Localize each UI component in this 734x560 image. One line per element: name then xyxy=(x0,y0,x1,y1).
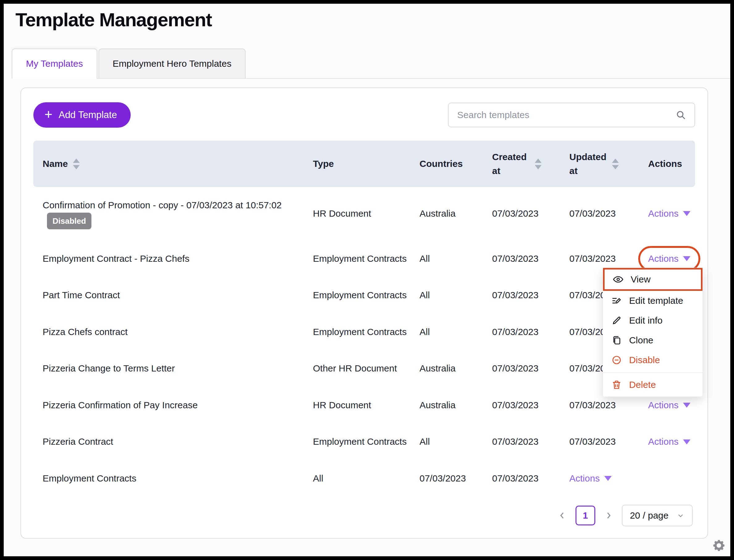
template-countries: Australia xyxy=(419,361,492,376)
table-row: Pizzeria Change to Terms Letter Other HR… xyxy=(33,350,695,387)
gear-icon[interactable] xyxy=(712,538,726,554)
column-label: Updated at xyxy=(569,150,607,178)
template-type: HR Document xyxy=(313,398,419,413)
add-template-button[interactable]: + Add Template xyxy=(33,102,131,128)
template-created-at: 07/03/2023 xyxy=(492,471,569,486)
chevron-down-icon xyxy=(677,511,685,520)
actions-dropdown-button[interactable]: Actions xyxy=(648,398,690,413)
template-updated-at: 07/03/2023 xyxy=(569,252,648,266)
chevron-left-icon[interactable] xyxy=(558,511,567,520)
app-window: Template Management My Templates Employm… xyxy=(0,0,734,560)
template-created-at: 07/03/2023 xyxy=(492,398,569,413)
sort-icon[interactable] xyxy=(612,159,619,169)
actions-dropdown-button[interactable]: Actions xyxy=(648,252,690,266)
table-row: Employment Contract - Pizza Chefs Employ… xyxy=(33,240,695,277)
template-type: HR Document xyxy=(313,206,419,221)
page-size-select[interactable]: 20 / page xyxy=(622,505,693,526)
template-created-at: 07/03/2023 xyxy=(492,206,569,221)
table-row: Pizzeria Confirmation of Pay Increase HR… xyxy=(33,387,695,424)
pagination: 1 20 / page xyxy=(33,500,695,531)
clone-icon xyxy=(611,335,622,346)
menu-item-label: Disable xyxy=(629,353,660,367)
toolbar: + Add Template xyxy=(33,102,695,128)
actions-dropdown-button[interactable]: Actions xyxy=(569,471,612,486)
template-name: Part Time Contract xyxy=(43,288,313,303)
menu-item-disable[interactable]: Disable xyxy=(603,350,702,370)
template-updated-at: 07/03/2023 xyxy=(569,435,648,449)
menu-item-edit-template[interactable]: Edit template xyxy=(603,291,702,311)
template-countries: All xyxy=(419,288,492,303)
template-name: Pizzeria Contract xyxy=(43,435,313,449)
table-row: Pizza Chefs contract Employment Contract… xyxy=(33,314,695,350)
actions-label: Actions xyxy=(648,252,678,266)
chevron-down-icon xyxy=(683,439,690,444)
menu-item-edit-info[interactable]: Edit info xyxy=(603,311,702,330)
eye-icon xyxy=(613,274,624,285)
menu-item-clone[interactable]: Clone xyxy=(603,330,702,350)
template-name: Pizzeria Confirmation of Pay Increase xyxy=(43,398,313,413)
template-created-at: 07/03/2023 xyxy=(492,435,569,449)
template-created-at: 07/03/2023 xyxy=(492,361,569,376)
template-created-at: 07/03/2023 xyxy=(492,288,569,303)
trash-icon xyxy=(611,379,622,390)
magnifier-icon[interactable] xyxy=(675,109,686,121)
template-name-text: Confirmation of Promotion - copy - 07/03… xyxy=(43,200,282,210)
search-input[interactable] xyxy=(456,109,675,121)
table-row: Part Time Contract Employment Contracts … xyxy=(33,277,695,314)
page-number-button[interactable]: 1 xyxy=(575,506,595,525)
column-header-updated-at[interactable]: Updated at xyxy=(569,150,648,178)
templates-panel: + Add Template Name Type Count xyxy=(20,87,708,539)
template-countries: All xyxy=(419,435,492,449)
menu-item-label: Edit info xyxy=(629,313,662,328)
template-type: All xyxy=(313,471,419,486)
column-label: Actions xyxy=(648,159,682,169)
table-row: Confirmation of Promotion - copy - 07/03… xyxy=(33,187,695,240)
template-name: Confirmation of Promotion - copy - 07/03… xyxy=(43,198,313,229)
actions-label: Actions xyxy=(569,471,600,486)
edit-template-icon xyxy=(611,295,622,306)
disable-icon xyxy=(611,354,622,366)
actions-dropdown-button[interactable]: Actions xyxy=(648,206,690,221)
column-label: Created at xyxy=(492,150,530,178)
template-type: Employment Contracts xyxy=(313,325,419,339)
template-name: Employment Contracts xyxy=(43,471,313,486)
sort-icon[interactable] xyxy=(535,159,541,169)
column-header-type: Type xyxy=(313,159,419,169)
template-name: Pizza Chefs contract xyxy=(43,325,313,339)
page-title: Template Management xyxy=(15,9,730,31)
table-row: Pizzeria Contract Employment Contracts A… xyxy=(33,423,695,460)
menu-item-label: Edit template xyxy=(629,294,683,308)
column-header-actions: Actions xyxy=(648,159,686,169)
column-header-name[interactable]: Name xyxy=(43,159,313,169)
tab-employment-hero-templates[interactable]: Employment Hero Templates xyxy=(99,49,246,78)
actions-label: Actions xyxy=(648,206,678,221)
template-type: Employment Contracts xyxy=(313,435,419,449)
chevron-right-icon[interactable] xyxy=(604,511,613,520)
actions-cell: Actions xyxy=(648,206,690,221)
column-label: Countries xyxy=(419,159,463,169)
template-name: Pizzeria Change to Terms Letter xyxy=(43,361,313,376)
column-header-created-at[interactable]: Created at xyxy=(492,150,569,178)
chevron-down-icon xyxy=(604,476,612,481)
menu-item-label: Delete xyxy=(629,378,656,392)
actions-cell: Actions xyxy=(648,435,690,449)
actions-dropdown-button[interactable]: Actions xyxy=(648,435,690,449)
template-type: Other HR Document xyxy=(313,361,419,376)
plus-icon: + xyxy=(45,108,53,121)
actions-cell: Actions xyxy=(648,398,690,413)
edit-info-icon xyxy=(611,315,622,326)
template-countries: 07/03/2023 xyxy=(419,471,492,486)
table-row: Employment Contracts All 07/03/2023 07/0… xyxy=(33,460,695,497)
template-created-at: 07/03/2023 xyxy=(492,325,569,339)
sort-icon[interactable] xyxy=(73,159,80,169)
template-updated-at: 07/03/2023 xyxy=(569,206,648,221)
template-countries: Australia xyxy=(419,206,492,221)
menu-item-view[interactable]: View xyxy=(603,268,702,291)
template-created-at: 07/03/2023 xyxy=(492,252,569,266)
tab-my-templates[interactable]: My Templates xyxy=(12,49,97,78)
chevron-down-icon xyxy=(683,403,690,408)
actions-dropdown-menu: View Edit template xyxy=(603,268,703,397)
menu-item-delete[interactable]: Delete xyxy=(603,375,702,395)
page-size-value: 20 / page xyxy=(630,510,668,521)
tab-bar: My Templates Employment Hero Templates xyxy=(12,49,730,79)
